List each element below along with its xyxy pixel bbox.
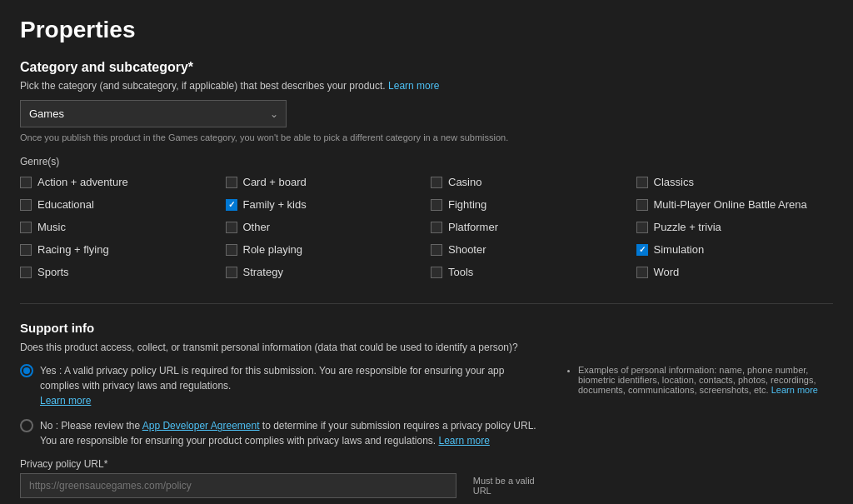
page-title: Properties — [20, 17, 833, 43]
genre-checkbox-other[interactable] — [226, 222, 237, 233]
support-left: Yes : A valid privacy policy URL is requ… — [20, 363, 541, 504]
genre-item-racing: Racing + flying — [20, 243, 217, 256]
genre-item-strategy: Strategy — [226, 266, 423, 278]
genre-item-shooter: Shooter — [431, 243, 628, 256]
support-info-heading: Support info — [20, 321, 833, 335]
genre-label-tools: Tools — [448, 266, 473, 278]
genre-label-fighting: Fighting — [448, 198, 486, 211]
genre-item-action: Action + adventure — [20, 176, 217, 188]
genre-label-platformer: Platformer — [448, 221, 498, 233]
genre-item-music: Music — [20, 221, 217, 233]
genre-label-racing: Racing + flying — [37, 243, 109, 256]
genre-checkbox-roleplaying[interactable] — [226, 244, 237, 256]
genre-label-casino: Casino — [448, 176, 481, 188]
genre-label-other: Other — [243, 221, 271, 233]
genre-checkbox-card[interactable] — [226, 177, 237, 188]
yes-radio-option: Yes : A valid privacy policy URL is requ… — [20, 363, 541, 408]
genre-label-card: Card + board — [243, 176, 307, 188]
genre-item-puzzle: Puzzle + trivia — [636, 221, 834, 233]
app-developer-agreement-link[interactable]: App Developer Agreement — [142, 420, 260, 432]
genre-label-roleplaying: Role playing — [243, 243, 303, 256]
genre-checkbox-family[interactable] — [226, 199, 237, 211]
genre-checkbox-action[interactable] — [20, 177, 32, 188]
genre-checkbox-fighting[interactable] — [431, 199, 442, 211]
category-heading: Category and subcategory* — [20, 60, 833, 75]
genre-checkbox-music[interactable] — [20, 222, 32, 233]
no-learn-more-link[interactable]: Learn more — [439, 435, 490, 447]
examples-learn-more-link[interactable]: Learn more — [771, 385, 818, 395]
genre-item-card: Card + board — [226, 176, 423, 188]
genre-checkbox-racing[interactable] — [20, 244, 32, 256]
privacy-policy-label: Privacy policy URL* — [20, 458, 107, 470]
category-dropdown-wrapper: Games ⌄ — [20, 100, 287, 127]
genre-checkbox-shooter[interactable] — [431, 244, 442, 256]
genre-checkbox-simulation[interactable] — [636, 244, 648, 256]
genre-item-family: Family + kids — [226, 198, 423, 211]
category-subtitle: Pick the category (and subcategory, if a… — [20, 80, 833, 92]
support-info-section: Support info Does this product access, c… — [20, 321, 833, 504]
genre-label-action: Action + adventure — [37, 176, 128, 188]
genre-label-strategy: Strategy — [243, 266, 283, 278]
yes-learn-more-link[interactable]: Learn more — [40, 395, 91, 407]
genre-item-simulation: Simulation — [636, 243, 834, 256]
genre-label-word: Word — [654, 266, 680, 278]
genre-item-sports: Sports — [20, 266, 217, 278]
genre-checkbox-tools[interactable] — [431, 267, 442, 278]
genres-grid: Action + adventureCard + boardCasinoClas… — [20, 176, 833, 278]
genre-checkbox-puzzle[interactable] — [636, 222, 648, 233]
genre-section-label: Genre(s) — [20, 156, 833, 167]
genre-item-roleplaying: Role playing — [226, 243, 423, 256]
genre-checkbox-platformer[interactable] — [431, 222, 442, 233]
genre-label-sports: Sports — [37, 266, 69, 278]
no-radio-option: No : Please review the App Developer Agr… — [20, 418, 541, 448]
category-note: Once you publish this product in the Gam… — [20, 132, 833, 142]
genre-label-puzzle: Puzzle + trivia — [654, 221, 721, 233]
genre-label-simulation: Simulation — [654, 243, 705, 256]
genre-item-word: Word — [636, 266, 834, 278]
category-dropdown[interactable]: Games — [20, 100, 287, 127]
genre-item-other: Other — [226, 221, 423, 233]
genre-label-classics: Classics — [654, 176, 694, 188]
genre-checkbox-sports[interactable] — [20, 267, 32, 278]
genre-checkbox-moba[interactable] — [636, 199, 648, 211]
genre-label-moba: Multi-Player Online Battle Arena — [654, 198, 807, 211]
genre-checkbox-word[interactable] — [636, 267, 648, 278]
genre-checkbox-casino[interactable] — [431, 177, 442, 188]
support-question: Does this product access, collect, or tr… — [20, 342, 561, 353]
privacy-policy-validation: Must be a valid URL — [473, 476, 541, 496]
genre-item-casino: Casino — [431, 176, 628, 188]
yes-radio-button[interactable] — [20, 364, 33, 377]
category-learn-more-link[interactable]: Learn more — [388, 80, 439, 92]
genre-item-platformer: Platformer — [431, 221, 628, 233]
no-radio-text: No : Please review the App Developer Agr… — [40, 418, 541, 448]
no-radio-button[interactable] — [20, 419, 33, 432]
genre-checkbox-educational[interactable] — [20, 199, 32, 211]
examples-text: Examples of personal information: name, … — [578, 365, 833, 395]
genre-label-educational: Educational — [37, 198, 94, 211]
genre-label-music: Music — [37, 221, 66, 233]
genre-item-educational: Educational — [20, 198, 217, 211]
section-divider — [20, 303, 833, 304]
support-layout: Yes : A valid privacy policy URL is requ… — [20, 363, 833, 504]
genre-item-tools: Tools — [431, 266, 628, 278]
genre-checkbox-classics[interactable] — [636, 177, 648, 188]
privacy-policy-input[interactable] — [20, 473, 456, 498]
examples-panel: Examples of personal information: name, … — [566, 363, 833, 504]
genre-item-classics: Classics — [636, 176, 834, 188]
genre-checkbox-strategy[interactable] — [226, 267, 237, 278]
genre-label-family: Family + kids — [243, 198, 307, 211]
genre-item-fighting: Fighting — [431, 198, 628, 211]
privacy-policy-field: Privacy policy URL* Must be a valid URL — [20, 458, 541, 498]
yes-radio-text: Yes : A valid privacy policy URL is requ… — [40, 363, 541, 408]
genre-item-moba: Multi-Player Online Battle Arena — [636, 198, 834, 211]
genre-label-shooter: Shooter — [448, 243, 486, 256]
